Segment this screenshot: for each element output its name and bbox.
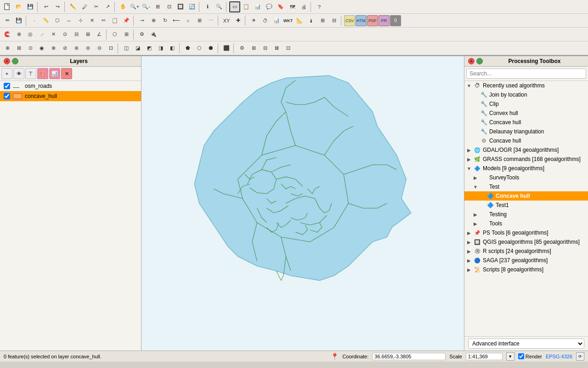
layer-vis-btn[interactable]: 👁 bbox=[13, 68, 24, 79]
vector-btn[interactable]: ⬡ bbox=[109, 29, 120, 40]
snap-vertex-btn[interactable]: ◎ bbox=[25, 29, 36, 40]
snap-segment-btn[interactable]: ⟋ bbox=[36, 29, 47, 40]
zoom-last-btn[interactable]: ⊟ bbox=[328, 15, 339, 26]
adv-4-2[interactable]: ⊞ bbox=[248, 43, 259, 54]
advanced-5[interactable]: ⊗ bbox=[48, 43, 59, 54]
tree-item-delaunay[interactable]: 🔧 Delaunay triangulation bbox=[464, 127, 588, 136]
tree-item-recently-used[interactable]: ▼ ⏱ Recently used algorithms bbox=[464, 81, 588, 90]
toolbox-close-btn[interactable]: × bbox=[468, 58, 475, 64]
tree-item-concave-hull-model[interactable]: 🔷 Concave hull bbox=[464, 191, 588, 201]
advanced-6[interactable]: ⊘ bbox=[59, 43, 70, 54]
open-project-btn[interactable]: 📂 bbox=[13, 1, 24, 12]
layer-diagram-btn[interactable]: 📊 bbox=[271, 15, 282, 26]
print-btn[interactable]: 🖨 bbox=[298, 1, 309, 12]
digitize-line-btn[interactable]: 📏 bbox=[40, 15, 51, 26]
tree-item-surveytools[interactable]: ▶ SurveyTools bbox=[464, 173, 588, 182]
digitize-btn[interactable]: ✏️ bbox=[68, 1, 79, 12]
adv-2-1[interactable]: ◫ bbox=[121, 43, 132, 54]
html-btn[interactable]: HTM bbox=[356, 15, 367, 26]
advanced-2[interactable]: ⊞ bbox=[13, 43, 24, 54]
tree-item-join-by-location[interactable]: 🔧 Join by location bbox=[464, 90, 588, 99]
advanced-9[interactable]: ⊝ bbox=[94, 43, 105, 54]
snap-distance-btn[interactable]: ⊞ bbox=[82, 29, 93, 40]
new-spatial-bookmark-btn[interactable]: 🗺 bbox=[287, 1, 298, 12]
rotation-btn[interactable]: ⟳ bbox=[576, 352, 584, 361]
scale-dropdown-btn[interactable]: ▼ bbox=[506, 352, 514, 361]
tree-item-testing[interactable]: ▶ Testing bbox=[464, 210, 588, 219]
toolbox-minimize-btn[interactable] bbox=[476, 58, 483, 64]
move-feature-btn[interactable]: ↔ bbox=[63, 15, 74, 26]
adv-3-1[interactable]: ⬟ bbox=[182, 43, 193, 54]
adv-4-3[interactable]: ⊟ bbox=[260, 43, 271, 54]
snap-btn[interactable]: 🧲 bbox=[2, 29, 13, 40]
split-features-btn[interactable]: ⊸ bbox=[136, 15, 147, 26]
zoom-in-btn[interactable]: 🔍+ bbox=[129, 1, 140, 12]
layer-item-concave-hull[interactable]: concave_hull bbox=[0, 91, 141, 101]
zoom-extent-btn[interactable]: ⊞ bbox=[152, 1, 163, 12]
xy-coord-btn[interactable]: XY bbox=[221, 15, 232, 26]
rotate-point-btn[interactable]: ↻ bbox=[159, 15, 170, 26]
layer-checkbox-concave-hull[interactable] bbox=[4, 93, 10, 99]
snap-midpoint-btn[interactable]: ⊟ bbox=[71, 29, 82, 40]
stats-btn[interactable]: 📊 bbox=[252, 1, 263, 12]
adv-4-4[interactable]: ⊠ bbox=[271, 43, 282, 54]
enable-snapping-btn[interactable]: ⊕ bbox=[13, 29, 24, 40]
advanced-4[interactable]: ◉ bbox=[36, 43, 47, 54]
refresh-btn[interactable]: 🔄 bbox=[187, 1, 198, 12]
attr-table-btn[interactable]: 📋 bbox=[241, 1, 252, 12]
tree-item-scripts[interactable]: ▶ 📜 Scripts [8 geoalgorithms] bbox=[464, 265, 588, 274]
measure-btn[interactable]: 📐 bbox=[294, 15, 305, 26]
identify-btn[interactable]: 🔍 bbox=[214, 1, 225, 12]
copy-features-btn[interactable]: 📋 bbox=[109, 15, 120, 26]
geoprocess-btn[interactable]: ⚙ bbox=[136, 29, 147, 40]
pr-btn[interactable]: PR bbox=[379, 15, 390, 26]
snap-center-btn[interactable]: ⊙ bbox=[59, 29, 70, 40]
help-btn[interactable]: ? bbox=[314, 1, 325, 12]
zoom-selection-btn[interactable]: 🔲 bbox=[175, 1, 186, 12]
offset-curve-btn[interactable]: ⋯ bbox=[205, 15, 216, 26]
tree-item-qgis[interactable]: ▶ 🔲 QGIS geoalgorithms [85 geoalgorithms… bbox=[464, 237, 588, 247]
add-ring-btn[interactable]: ○ bbox=[182, 15, 193, 26]
coordinate-input[interactable] bbox=[372, 353, 446, 360]
tree-item-test[interactable]: ▼ Test bbox=[464, 182, 588, 191]
adv-2-4[interactable]: ◨ bbox=[155, 43, 166, 54]
tree-item-tools[interactable]: ▶ Tools bbox=[464, 219, 588, 228]
cross-hair-btn[interactable]: ✚ bbox=[232, 15, 243, 26]
temporal-btn[interactable]: ⏱ bbox=[260, 15, 271, 26]
tree-item-saga[interactable]: ▶ 🔵 SAGA [237 geoalgorithms] bbox=[464, 256, 588, 265]
plane-btn[interactable]: ✈ bbox=[248, 15, 259, 26]
scale-input[interactable] bbox=[466, 353, 503, 360]
new-project-btn[interactable] bbox=[2, 1, 13, 12]
epsg-label[interactable]: EPSG:4326 bbox=[546, 354, 572, 359]
pdf-btn[interactable]: PDF bbox=[367, 15, 378, 26]
add-part-btn[interactable]: ⊞ bbox=[194, 15, 205, 26]
tree-item-ps-tools[interactable]: ▶ 📌 PS Tools [6 geoalgorithms] bbox=[464, 228, 588, 237]
tree-item-gdal[interactable]: ▶ 🌐 GDAL/OGR [34 geoalgorithms] bbox=[464, 145, 588, 155]
redo-btn[interactable]: ↪ bbox=[52, 1, 63, 12]
cut-features-btn[interactable]: ✂ bbox=[98, 15, 109, 26]
layer-style-btn[interactable]: 🎨 bbox=[37, 68, 48, 79]
layer-checkbox-osm-roads[interactable] bbox=[4, 83, 10, 89]
zoom-full-btn[interactable]: ⊞ bbox=[317, 15, 328, 26]
bookmarks-btn[interactable]: 🔖 bbox=[275, 1, 286, 12]
advanced-3[interactable]: ⊙ bbox=[25, 43, 36, 54]
advanced-8[interactable]: ⊜ bbox=[82, 43, 93, 54]
raster-btn[interactable]: ⊞ bbox=[121, 29, 132, 40]
csv-btn[interactable]: CSV bbox=[344, 15, 355, 26]
adv-2-2[interactable]: ◪ bbox=[132, 43, 143, 54]
add-layer-btn[interactable]: + bbox=[1, 68, 12, 79]
map-tips-btn[interactable]: 💬 bbox=[264, 1, 275, 12]
layers-panel-close[interactable]: × bbox=[4, 58, 10, 64]
adv-2-5[interactable]: ◧ bbox=[167, 43, 178, 54]
paste-features-btn[interactable]: 📌 bbox=[121, 15, 132, 26]
adv-4-1[interactable]: ⚙ bbox=[237, 43, 248, 54]
merge-features-btn[interactable]: ⊕ bbox=[148, 15, 159, 26]
adv-3-3[interactable]: ⬢ bbox=[205, 43, 216, 54]
simplify-btn[interactable]: ⟵ bbox=[171, 15, 182, 26]
layer-summary-btn[interactable]: 📊 bbox=[49, 68, 60, 79]
adv-3-2[interactable]: ⬡ bbox=[194, 43, 205, 54]
search-input[interactable] bbox=[466, 69, 586, 79]
node-tool-btn[interactable]: ⊹ bbox=[75, 15, 86, 26]
tree-item-test1[interactable]: 🔷 Test1 bbox=[464, 201, 588, 210]
tree-item-concave-hull-2[interactable]: ⚙ Concave hull bbox=[464, 136, 588, 145]
